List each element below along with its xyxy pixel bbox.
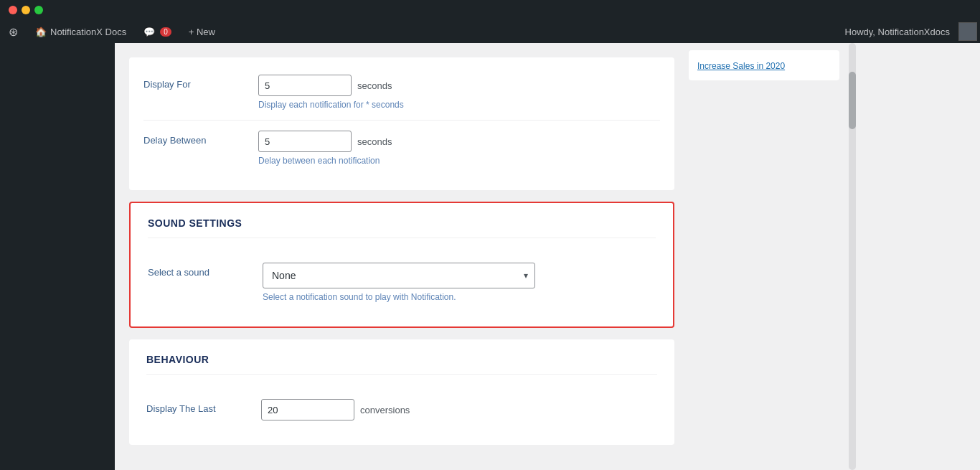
sound-hint: Select a notification sound to play with… bbox=[263, 292, 656, 302]
scrollbar-area bbox=[847, 43, 858, 470]
display-for-control: seconds Display each notification for * … bbox=[258, 75, 660, 110]
comment-count: 0 bbox=[160, 27, 171, 37]
delay-between-label: Delay Between bbox=[143, 131, 258, 146]
increase-sales-link[interactable]: Increase Sales in 2020 bbox=[697, 61, 785, 71]
maximize-button[interactable] bbox=[34, 6, 43, 14]
delay-between-suffix: seconds bbox=[357, 136, 392, 147]
comment-icon: 💬 bbox=[143, 27, 155, 37]
site-name-label: NotificationX Docs bbox=[50, 27, 126, 37]
display-last-label: Display The Last bbox=[146, 399, 261, 414]
sidebar bbox=[0, 43, 115, 470]
wp-logo-icon: ⊛ bbox=[9, 25, 18, 39]
select-sound-control: None Sound 1 Sound 2 Sound 3 ▾ Select a … bbox=[263, 263, 656, 302]
sound-select-wrapper: None Sound 1 Sound 2 Sound 3 ▾ bbox=[263, 263, 535, 288]
delay-between-hint: Delay between each notification bbox=[258, 156, 660, 166]
display-for-row: Display For seconds Display each notific… bbox=[143, 65, 660, 121]
display-for-suffix: seconds bbox=[357, 80, 392, 91]
display-for-hint: Display each notification for * seconds bbox=[258, 100, 660, 110]
timing-settings-section: Display For seconds Display each notific… bbox=[129, 57, 674, 190]
scrollbar-thumb[interactable] bbox=[849, 72, 856, 129]
content-area: Display For seconds Display each notific… bbox=[115, 43, 689, 470]
traffic-lights bbox=[9, 6, 43, 14]
howdy-text: Howdy, NotificationXdocs bbox=[837, 27, 958, 37]
delay-between-row: Delay Between seconds Delay between each… bbox=[143, 121, 660, 176]
right-panel-card: Increase Sales in 2020 bbox=[689, 50, 839, 80]
home-icon: 🏠 bbox=[35, 27, 47, 37]
user-avatar[interactable] bbox=[958, 22, 977, 41]
delay-between-input[interactable] bbox=[258, 131, 352, 152]
close-button[interactable] bbox=[9, 6, 17, 14]
title-bar bbox=[0, 0, 980, 20]
behaviour-section: BEHAVIOUR Display The Last conversions bbox=[129, 339, 674, 445]
sound-settings-section: SOUND SETTINGS Select a sound None Sound… bbox=[129, 202, 674, 328]
display-last-input[interactable] bbox=[261, 399, 354, 420]
new-item[interactable]: + New bbox=[180, 20, 224, 43]
delay-between-control: seconds Delay between each notification bbox=[258, 131, 660, 166]
site-name-item[interactable]: 🏠 NotificationX Docs bbox=[27, 20, 135, 43]
display-last-row: Display The Last conversions bbox=[146, 389, 657, 431]
display-last-suffix: conversions bbox=[360, 405, 410, 415]
sound-select[interactable]: None Sound 1 Sound 2 Sound 3 bbox=[263, 263, 535, 288]
right-panel: Increase Sales in 2020 bbox=[689, 43, 847, 470]
admin-bar: ⊛ 🏠 NotificationX Docs 💬 0 + New Howdy, … bbox=[0, 20, 980, 43]
display-for-input[interactable] bbox=[258, 75, 352, 96]
new-label: + New bbox=[189, 27, 215, 37]
sound-settings-title: SOUND SETTINGS bbox=[148, 217, 656, 238]
select-sound-label: Select a sound bbox=[148, 263, 263, 278]
comments-item[interactable]: 💬 0 bbox=[135, 20, 180, 43]
minimize-button[interactable] bbox=[22, 6, 30, 14]
main-content: Display For seconds Display each notific… bbox=[115, 43, 980, 470]
display-for-label: Display For bbox=[143, 75, 258, 90]
display-last-control: conversions bbox=[261, 399, 657, 420]
behaviour-title: BEHAVIOUR bbox=[146, 354, 657, 375]
scrollbar-track[interactable] bbox=[849, 43, 856, 470]
select-sound-row: Select a sound None Sound 1 Sound 2 Soun… bbox=[148, 253, 656, 312]
wp-logo-item[interactable]: ⊛ bbox=[0, 20, 27, 43]
